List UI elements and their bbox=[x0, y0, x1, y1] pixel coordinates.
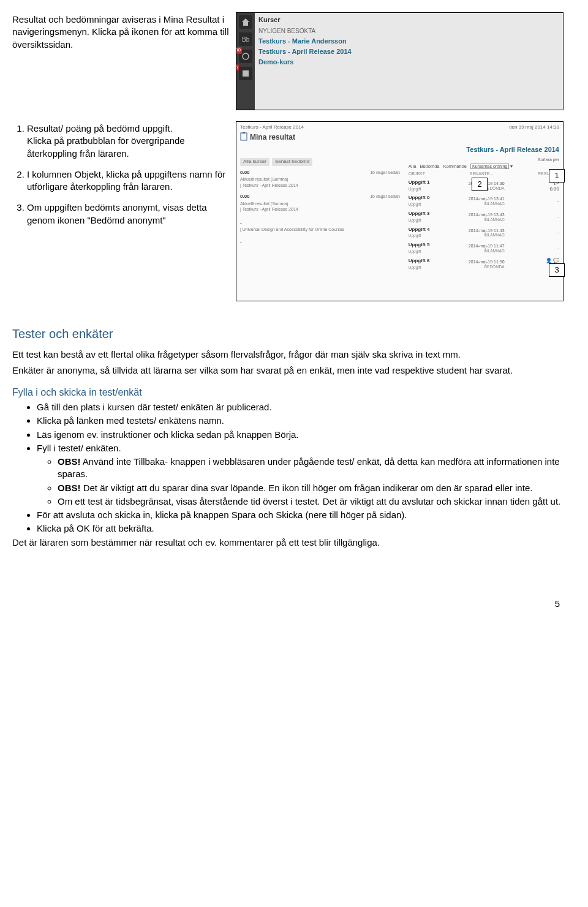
assignment-row[interactable]: Uppgift 0Uppgift 2014-maj-19 13:41INLÄMN… bbox=[409, 195, 559, 208]
assignment-row[interactable]: Uppgift 5Uppgift 2014-maj-19 11:47INLÄMN… bbox=[409, 242, 559, 255]
course-link[interactable]: Testkurs - April Release 2014 bbox=[258, 47, 559, 56]
intro-text: Resultat och bedömningar aviseras i Mina… bbox=[12, 12, 230, 110]
list-item: Gå till den plats i kursen där testet/ e… bbox=[37, 401, 564, 413]
tests-p1: Ett test kan bestå av ett flertal olika … bbox=[12, 348, 564, 361]
assignment-row[interactable]: Uppgift 4Uppgift 2014-maj-19 11:43INLÄMN… bbox=[409, 227, 559, 240]
list-item: Klicka på OK för att bekräfta. bbox=[37, 522, 564, 535]
svg-text:Bb: Bb bbox=[242, 36, 250, 43]
tests-heading: Tester och enkäter bbox=[12, 326, 564, 342]
dropdown-icon[interactable]: ▾ bbox=[510, 164, 513, 169]
callout-3: 3 bbox=[549, 263, 565, 277]
callout-1: 1 bbox=[549, 169, 565, 183]
clipboard-icon bbox=[240, 132, 247, 143]
speech-icon[interactable]: 💬 bbox=[553, 258, 559, 263]
filter-bedomda[interactable]: Bedömda bbox=[420, 164, 439, 170]
list-item: Fyll i testet/ enkäten. OBS! Använd inte… bbox=[37, 442, 564, 508]
col-objekt: OBJEKT bbox=[409, 171, 425, 176]
step-2: I kolumnen Objekt, klicka på uppgiftens … bbox=[27, 168, 230, 194]
list-item: För att avsluta och skicka in, klicka på… bbox=[37, 509, 564, 521]
nav-sidestrip: Bb 30 6 bbox=[236, 13, 255, 110]
callout-2: 2 bbox=[472, 178, 488, 191]
fylla-list: Gå till den plats i kursen där testet/ e… bbox=[12, 401, 564, 535]
alert-icon[interactable]: 6 bbox=[239, 67, 252, 80]
sort-select[interactable]: Kursernas ordning bbox=[470, 164, 509, 169]
mina-resultat-panel: Testkurs - April Release 2014 den 19 maj… bbox=[236, 121, 564, 301]
bb-icon[interactable]: Bb bbox=[239, 32, 252, 46]
step-1: Resultat/ poäng på bedömd uppgift. Klick… bbox=[27, 122, 230, 160]
filter-alla[interactable]: Alla bbox=[409, 164, 417, 170]
list-item: OBS! Det är viktigt att du sparar dina s… bbox=[58, 482, 564, 494]
nyligen-label: NYLIGEN BESÖKTA bbox=[258, 27, 559, 36]
page-number: 5 bbox=[12, 598, 564, 610]
home-icon[interactable] bbox=[239, 15, 252, 29]
mr-header-left: Testkurs - April Release 2014 bbox=[240, 124, 304, 131]
svg-rect-4 bbox=[243, 132, 245, 134]
steps-column: Resultat/ poäng på bedömd uppgift. Klick… bbox=[12, 121, 230, 301]
svg-point-1 bbox=[243, 53, 249, 59]
col-senaste: SENASTE... bbox=[470, 171, 494, 176]
step-3: Om uppgiften bedömts anonymt, visas dett… bbox=[27, 201, 230, 227]
tab-senast-bedomd[interactable]: Senast bedömd bbox=[272, 158, 312, 166]
list-item: OBS! Använd inte Tillbaka- knappen i web… bbox=[58, 456, 564, 481]
mr-header-right: den 19 maj 2014 14:38 bbox=[509, 124, 559, 131]
assignment-row[interactable]: Uppgift 3Uppgift 2014-maj-19 13:43INLÄMN… bbox=[409, 211, 559, 224]
mina-resultat-title: Mina resultat bbox=[250, 132, 295, 142]
course-link[interactable]: Testkurs - Marie Andersson bbox=[258, 37, 559, 46]
list-item: Om ett test är tidsbegränsat, visas åter… bbox=[58, 495, 564, 508]
intro-paragraph: Resultat och bedömningar aviseras i Mina… bbox=[12, 13, 230, 51]
tab-alla-kurser[interactable]: Alla kurser bbox=[240, 158, 270, 166]
anon-icon: 👤 bbox=[546, 258, 552, 263]
svg-rect-2 bbox=[243, 70, 249, 77]
tests-final: Det är läraren som bestämmer när resulta… bbox=[12, 536, 564, 549]
results-icon[interactable]: 30 bbox=[239, 50, 252, 63]
fylla-heading: Fylla i och skicka in test/enkät bbox=[12, 386, 564, 399]
badge-30: 30 bbox=[236, 47, 242, 54]
svg-rect-3 bbox=[241, 133, 247, 140]
tests-p2: Enkäter är anonyma, så tillvida att lära… bbox=[12, 364, 564, 377]
filter-kommande[interactable]: Kommande bbox=[443, 164, 467, 170]
kurser-panel: Bb 30 6 Kurser NYLIGEN BESÖKTA Testkurs … bbox=[236, 12, 564, 110]
kurser-title: Kurser bbox=[258, 15, 559, 24]
list-item: Läs igenom ev. instruktioner och klicka … bbox=[37, 429, 564, 441]
list-item: Klicka på länken med testets/ enkätens n… bbox=[37, 415, 564, 427]
sort-label: Sortera per bbox=[409, 157, 559, 162]
course-link[interactable]: Demo-kurs bbox=[258, 58, 559, 67]
course-link-header[interactable]: Testkurs - April Release 2014 bbox=[240, 145, 559, 154]
assignment-row[interactable]: Uppgift 6Uppgift 2014-maj-19 11:50BEDÖMD… bbox=[409, 258, 559, 271]
badge-6: 6 bbox=[236, 64, 239, 71]
